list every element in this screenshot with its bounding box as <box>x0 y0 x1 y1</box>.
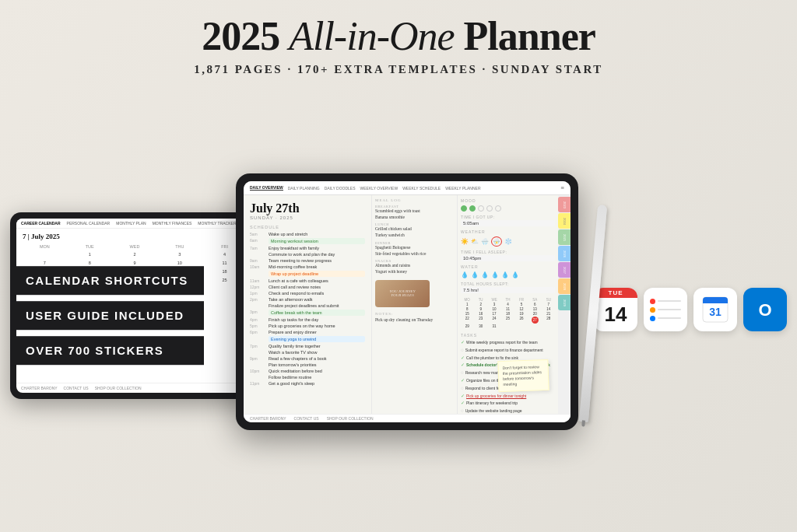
side-tab-2024[interactable]: 2024 <box>558 213 571 229</box>
water-icon-5: 💧 <box>501 271 509 278</box>
task-8: ✓Pick up groceries for dinner tonight <box>461 394 555 400</box>
weather-row: ☀️ ⛅ 🌧️ ⛈️ ❄️ <box>461 236 555 247</box>
bottom-contact-center: CONTACT US <box>294 416 319 421</box>
icon-row: TUE 14 <box>594 288 787 331</box>
left-tab-trackers[interactable]: MONTHLY TRACKERS <box>198 221 239 226</box>
bottom-charter-center: CHARTER BARONY <box>250 416 286 421</box>
side-tab-2023[interactable]: 2023 <box>558 197 571 212</box>
sched-row-19: Watch a favorite TV show <box>250 350 365 355</box>
sched-row-9: 12pmClient call and review notes <box>250 285 365 289</box>
center-device: DAILY OVERVIEW DAILY PLANNING DAILY DOOD… <box>236 173 578 430</box>
weather-icon-2: ⛅ <box>471 238 479 245</box>
mood-circle-1 <box>461 205 467 212</box>
left-tab-finances[interactable]: MONTHLY FINANCES <box>153 221 192 226</box>
badge-user-guide: USER GUIDE INCLUDED <box>10 301 204 330</box>
sched-row-3: 7amEnjoy breakfast with family <box>250 246 365 250</box>
svg-text:O: O <box>758 300 771 320</box>
planner-image-box: YOU JOURNEYYOUR RULES <box>375 280 430 307</box>
center-tab-daily-overview[interactable]: DAILY OVERVIEW <box>250 185 283 191</box>
meal-snack-1: Almonds and raisins <box>375 263 454 269</box>
sched-row-7: Wrap up project deadline <box>250 271 365 277</box>
center-ipad: DAILY OVERVIEW DAILY PLANNING DAILY DOOD… <box>236 173 578 430</box>
cal-header-tue: TUE <box>68 243 112 250</box>
calendar-day-label: TUE <box>594 288 637 298</box>
sched-row-17: Evening yoga to unwind <box>250 336 365 342</box>
sched-row-8: 11amLunch at a cafe with colleagues <box>250 278 365 283</box>
bottom-charter: CHARTER BARONY <box>21 386 58 390</box>
reminders-row-3 <box>650 316 681 321</box>
water-row: 💧 💧 💧 💧 💧 💧 <box>461 271 555 278</box>
badge-calendar-shortcuts: CALENDAR SHORTCUTS <box>10 266 204 295</box>
meal-snack-2: Yogurt with honey <box>375 269 454 275</box>
title-planner: Planner <box>464 14 595 58</box>
devices-row: CAREER CALENDAR PERSONAL CALENDAR MONTHL… <box>0 79 797 532</box>
left-device-wrapper: CAREER CALENDAR PERSONAL CALENDAR MONTHL… <box>10 212 259 399</box>
reminder-line-3 <box>658 317 681 319</box>
mood-row <box>461 205 555 212</box>
google-calendar-icon[interactable]: 31 <box>693 288 737 331</box>
left-section: CAREER CALENDAR PERSONAL CALENDAR MONTHL… <box>10 212 259 399</box>
water-icon-3: 💧 <box>481 271 489 278</box>
reminders-row-1 <box>650 299 681 304</box>
center-tab-weekly-planner[interactable]: WEEKLY PLANNER <box>445 186 480 191</box>
center-ipad-screen: DAILY OVERVIEW DAILY PLANNING DAILY DOOD… <box>244 181 571 422</box>
task-9: ✓Plan itinerary for weekend trip <box>461 401 555 407</box>
today-marker: 27 <box>532 317 539 324</box>
time-sleep-label: TIME I FELL ASLEEP: <box>461 250 555 254</box>
reminders-app-icon[interactable] <box>644 288 687 331</box>
cal-day[interactable]: 1 <box>68 250 112 258</box>
meal-dinner-1: Spaghetti Bolognese <box>375 245 454 251</box>
outlook-icon[interactable]: O <box>743 288 787 331</box>
mini-calendar: MO TU WE TH FR SA SU 1 2 3 <box>461 298 555 328</box>
sched-row-11: 2pmTake an afternoon walk <box>250 297 365 302</box>
mood-circle-4 <box>486 205 493 212</box>
sched-row-2: 6amMorning workout session <box>250 238 365 244</box>
badges-overlay: CALENDAR SHORTCUTS USER GUIDE INCLUDED O… <box>10 266 204 365</box>
center-tab-daily-planning[interactable]: DAILY PLANNING <box>288 186 320 191</box>
calendar-day-number: 14 <box>594 298 637 331</box>
sched-row-10: 1pmCheck and respond to emails <box>250 291 365 296</box>
left-tab-monthly[interactable]: MONTHLY PLAN <box>116 221 146 226</box>
meal-log-title: MEAL LOG <box>375 198 454 202</box>
side-tab-2027[interactable]: 2027 <box>558 262 571 278</box>
meal-breakfast-1: Scrambled eggs with toast <box>375 208 454 215</box>
tasks-label: TASKS <box>461 333 555 338</box>
left-tab-personal[interactable]: PERSONAL CALENDAR <box>67 221 111 226</box>
native-calendar-icon[interactable]: TUE 14 <box>594 288 637 331</box>
bottom-shop-center: SHOP OUR COLLECTION <box>327 416 374 421</box>
center-ipad-tabs: DAILY OVERVIEW DAILY PLANNING DAILY DOOD… <box>244 181 571 195</box>
center-tab-weekly-overview[interactable]: WEEKLY OVERVIEW <box>360 186 398 191</box>
sched-row-1: 5amWake up and stretch <box>250 232 365 236</box>
main-title: 2025 All-in-One Planner <box>194 14 602 58</box>
center-schedule-column: July 27th SUNDAY · 2025 SCHEDULE 5amWake… <box>244 195 371 422</box>
task-2: ○Submit expense report to finance depart… <box>461 348 555 354</box>
sched-row-20: 9pmRead a few chapters of a book <box>250 356 365 361</box>
gcal-svg: 31 <box>701 296 729 324</box>
center-menu-icon[interactable]: ≡ <box>560 184 564 191</box>
mood-label: MOOD <box>461 198 555 203</box>
stylus-tip <box>581 420 585 426</box>
sched-row-5: 9amTeam meeting to review progress <box>250 258 365 263</box>
sched-row-14: 4pmFinish up tasks for the day <box>250 317 365 322</box>
side-tab-2025[interactable]: 2025 <box>558 229 571 245</box>
sched-row-21: Plan tomorrow's priorities <box>250 362 365 367</box>
side-tab-2029[interactable]: 2029 <box>558 295 571 310</box>
total-sleep-label: TOTAL HOURS SLEPT: <box>461 282 555 286</box>
side-tab-2028[interactable]: 2028 <box>558 278 571 294</box>
cal-day[interactable] <box>23 250 67 258</box>
center-tab-weekly-schedule[interactable]: WEEKLY SCHEDULE <box>402 186 441 191</box>
mood-circle-5 <box>495 205 501 212</box>
sched-row-4: Commute to work and plan the day <box>250 252 365 257</box>
weather-icon-4-selected: ⛈️ <box>491 236 502 247</box>
svg-text:31: 31 <box>709 306 722 318</box>
cal-day[interactable]: 2 <box>113 250 157 258</box>
sched-row-23: Follow bedtime routine <box>250 375 365 380</box>
center-tab-doodles[interactable]: DAILY DOODLES <box>325 186 356 191</box>
left-tab-career[interactable]: CAREER CALENDAR <box>21 221 61 226</box>
side-tab-2026[interactable]: 2026 <box>558 246 571 261</box>
weather-icon-3: 🌧️ <box>481 238 489 245</box>
sched-row-18: 7pmQuality family time together <box>250 344 365 348</box>
outlook-svg: O <box>751 296 779 324</box>
cal-day[interactable]: 3 <box>157 250 202 258</box>
notes-label: NOTES: <box>375 312 454 316</box>
